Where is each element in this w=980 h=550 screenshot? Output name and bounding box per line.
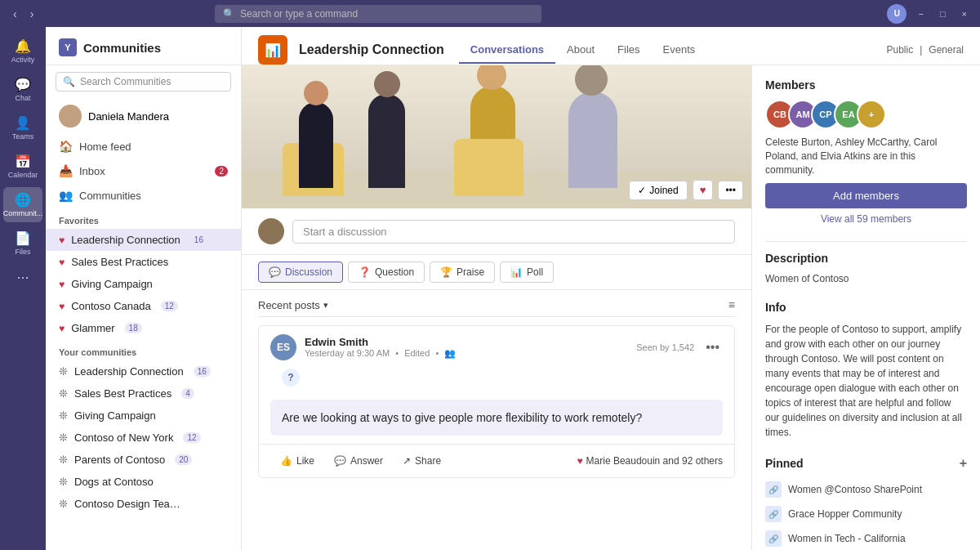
reactions-text: Marie Beaudouin and 92 others bbox=[586, 455, 723, 467]
comm-label-4: Parents of Contoso bbox=[74, 454, 165, 466]
rail-activity-label: Activity bbox=[11, 56, 35, 64]
command-search-bar[interactable]: 🔍 bbox=[215, 5, 541, 23]
fav-glammer[interactable]: ♥ Glammer 18 bbox=[46, 317, 241, 339]
poll-label: Poll bbox=[527, 266, 543, 278]
sidebar-communities-link[interactable]: 👥 Communities bbox=[46, 183, 241, 208]
add-members-button[interactable]: Add members bbox=[765, 183, 967, 208]
rail-more-button[interactable]: ··· bbox=[11, 264, 33, 291]
comm-parents-contoso[interactable]: ❊ Parents of Contoso 20 bbox=[46, 449, 241, 471]
command-search-input[interactable] bbox=[240, 8, 533, 20]
home-icon: 🏠 bbox=[59, 140, 73, 153]
share-button[interactable]: ↗ Share bbox=[393, 451, 451, 471]
comm-giving-campaign[interactable]: ❊ Giving Campaign bbox=[46, 405, 241, 427]
rail-files-label: Files bbox=[15, 248, 30, 256]
fav-contoso-canada[interactable]: ♥ Contoso Canada 12 bbox=[46, 295, 241, 317]
person-2 bbox=[368, 94, 405, 188]
post-card: ES Edwin Smith Yesterday at 9:30 AM • Ed… bbox=[258, 325, 735, 478]
app-body: 🔔 Activity 💬 Chat 👤 Teams 📅 Calendar 🌐 C… bbox=[0, 27, 980, 550]
sidebar-search[interactable]: 🔍 Search Communities bbox=[56, 72, 231, 92]
tab-files[interactable]: Files bbox=[606, 37, 651, 64]
post-actions: 👍 Like 💬 Answer ↗ Share bbox=[259, 444, 734, 477]
discussion-type-button[interactable]: 💬 Discussion bbox=[258, 262, 343, 283]
comm-label-1: Sales Best Practices bbox=[74, 387, 172, 400]
question-type-button[interactable]: ❓ Question bbox=[348, 262, 425, 283]
pinned-item-2[interactable]: 🔗 Women in Tech - California bbox=[765, 526, 967, 550]
member-avatar-4: + bbox=[857, 100, 886, 129]
sidebar-inbox[interactable]: 📥 Inbox 2 bbox=[46, 159, 241, 183]
share-label: Share bbox=[415, 455, 441, 467]
question-badge: ? bbox=[282, 369, 300, 387]
rail-activity[interactable]: 🔔 Activity bbox=[3, 34, 42, 69]
pinned-item-0[interactable]: 🔗 Women @Contoso SharePoint bbox=[765, 477, 967, 502]
comm-dogs-contoso[interactable]: ❊ Dogs at Contoso bbox=[46, 471, 241, 493]
tab-events[interactable]: Events bbox=[652, 37, 707, 64]
discussion-label: Discussion bbox=[285, 266, 332, 278]
post-more-button[interactable]: ••• bbox=[702, 337, 723, 358]
comm-label-2: Giving Campaign bbox=[74, 409, 156, 422]
view-all-members-link[interactable]: View all 59 members bbox=[765, 213, 967, 225]
start-discussion-input[interactable]: Start a discussion bbox=[292, 220, 735, 244]
forward-button[interactable]: › bbox=[25, 6, 39, 22]
poll-type-button[interactable]: 📊 Poll bbox=[500, 262, 554, 283]
share-icon: ↗ bbox=[403, 455, 411, 467]
pinned-item-1[interactable]: 🔗 Grace Hopper Community bbox=[765, 502, 967, 526]
tab-conversations[interactable]: Conversations bbox=[459, 37, 555, 64]
comm-design-team[interactable]: ❊ Contoso Design Team (UX Desi... bbox=[46, 493, 241, 515]
chevron-down-icon: ▾ bbox=[323, 300, 328, 311]
top-bar: ‹ › 🔍 U − □ × bbox=[0, 0, 980, 27]
teams-logo: Y bbox=[59, 38, 77, 56]
description-title: Description bbox=[765, 252, 967, 265]
content-area: ✓ Joined ♥ ••• Start a discussion bbox=[242, 65, 980, 550]
person-4 bbox=[568, 92, 617, 188]
rail-teams[interactable]: 👤 Teams bbox=[3, 110, 42, 145]
rail-calendar[interactable]: 📅 Calendar bbox=[3, 149, 42, 184]
hero-more-button[interactable]: ••• bbox=[718, 181, 743, 200]
seen-label: Seen by 1,542 bbox=[636, 342, 694, 352]
post-content: Are we looking at ways to give people mo… bbox=[270, 400, 723, 436]
maximize-button[interactable]: □ bbox=[935, 7, 951, 20]
like-button[interactable]: 👍 Like bbox=[270, 451, 324, 471]
teams-icon: 👤 bbox=[15, 115, 31, 131]
praise-icon: 🏆 bbox=[440, 266, 452, 278]
comm-icon-2: ❊ bbox=[59, 409, 68, 422]
fav-leadership-connection[interactable]: ♥ Leadership Connection 16 bbox=[46, 229, 241, 251]
comm-contoso-new-york[interactable]: ❊ Contoso of New York 12 bbox=[46, 427, 241, 449]
hero-actions: ✓ Joined ♥ ••• bbox=[629, 180, 743, 200]
back-button[interactable]: ‹ bbox=[8, 6, 22, 22]
rail-chat[interactable]: 💬 Chat bbox=[3, 72, 42, 107]
answer-button[interactable]: 💬 Answer bbox=[324, 451, 393, 471]
pinned-label-2: Women in Tech - California bbox=[788, 533, 906, 544]
nav-buttons[interactable]: ‹ › bbox=[8, 6, 38, 22]
comm-label-0: Leadership Connection bbox=[74, 365, 184, 378]
close-button[interactable]: × bbox=[957, 7, 972, 20]
rail-files[interactable]: 📄 Files bbox=[3, 226, 42, 261]
search-icon: 🔍 bbox=[223, 8, 235, 20]
praise-type-button[interactable]: 🏆 Praise bbox=[430, 262, 495, 283]
sidebar-user[interactable]: Daniela Mandera bbox=[46, 98, 241, 134]
user-avatar-top[interactable]: U bbox=[887, 4, 906, 24]
community-title: Leadership Connection bbox=[299, 42, 444, 57]
joined-button[interactable]: ✓ Joined bbox=[629, 181, 687, 200]
praise-label: Praise bbox=[457, 266, 484, 278]
add-pinned-button[interactable]: + bbox=[960, 456, 967, 471]
discussion-icon: 💬 bbox=[269, 266, 281, 278]
thumbs-up-icon: 👍 bbox=[280, 455, 292, 467]
comm-sales-best-practices[interactable]: ❊ Sales Best Practices 4 bbox=[46, 382, 241, 405]
pinned-title-label: Pinned bbox=[765, 457, 804, 470]
tab-about[interactable]: About bbox=[555, 37, 606, 64]
post-group-icon: 👥 bbox=[444, 348, 456, 358]
fav-sales-best-practices[interactable]: ♥ Sales Best Practices bbox=[46, 251, 241, 273]
comm-leadership-connection[interactable]: ❊ Leadership Connection 16 bbox=[46, 360, 241, 382]
rail-communities[interactable]: 🌐 Communit... bbox=[3, 187, 42, 222]
hero-like-button[interactable]: ♥ bbox=[693, 180, 714, 200]
fav-giving-campaign[interactable]: ♥ Giving Campaign bbox=[46, 273, 241, 295]
member-names: Celeste Burton, Ashley McCarthy, Carol P… bbox=[765, 136, 967, 177]
community-tabs: Conversations About Files Events bbox=[459, 37, 707, 63]
sidebar-communities-label: Communities bbox=[79, 190, 141, 202]
filter-icon[interactable]: ≡ bbox=[728, 298, 735, 311]
sidebar-home-feed[interactable]: 🏠 Home feed bbox=[46, 134, 241, 159]
minimize-button[interactable]: − bbox=[913, 7, 928, 20]
communities-icon: 🌐 bbox=[15, 192, 31, 208]
post-text: Are we looking at ways to give people mo… bbox=[282, 411, 642, 424]
comm-badge-1: 4 bbox=[181, 388, 194, 399]
